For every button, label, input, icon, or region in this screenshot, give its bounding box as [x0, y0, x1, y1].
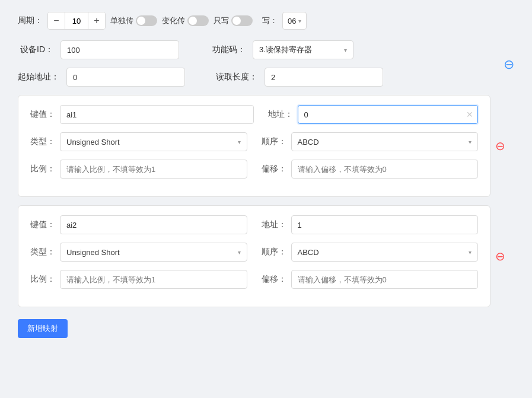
card2-order-value: ABCD — [298, 248, 319, 257]
main-container: 周期： − + 单独传 变化传 只写 写： 06 ▾ 设备ID： 功能码： — [6, 6, 526, 398]
device-id-row: 设备ID： 功能码： 3.读保持寄存器 ▾ — [18, 40, 514, 59]
card2-type-select[interactable]: Unsigned Short ▾ — [60, 243, 247, 262]
card1-row3: 比例： 偏移： — [30, 160, 478, 179]
top-bar: 周期： − + 单独传 变化传 只写 写： 06 ▾ — [18, 12, 514, 30]
card2-type-arrow-icon: ▾ — [238, 249, 241, 256]
card1-type-value: Unsigned Short — [66, 138, 120, 147]
card1-ratio-input[interactable] — [60, 160, 247, 179]
form-section: 设备ID： 功能码： 3.读保持寄存器 ▾ 起始地址： 读取长度： ⊖ — [18, 40, 514, 87]
card2-offset-input[interactable] — [291, 270, 479, 289]
card2-ratio-input[interactable] — [60, 270, 247, 289]
card1-key-input[interactable] — [60, 105, 254, 124]
card1-addr-label: 地址： — [268, 109, 293, 120]
card1-key-label: 键值： — [30, 109, 55, 120]
single-toggle-group: 单独传 — [110, 15, 157, 26]
card2-offset-label: 偏移： — [262, 274, 286, 285]
read-len-label: 读取长度： — [216, 72, 257, 82]
card2-type-value: Unsigned Short — [66, 248, 120, 257]
card1-order-select[interactable]: ABCD ▾ — [291, 132, 479, 151]
card2-order-label: 顺序： — [262, 247, 286, 257]
function-code-value: 3.读保持寄存器 — [259, 44, 312, 55]
period-input[interactable] — [65, 12, 88, 29]
card2-order-select[interactable]: ABCD ▾ — [291, 243, 479, 262]
card1-type-label: 类型： — [30, 136, 55, 147]
card2-key-input[interactable] — [60, 215, 247, 234]
card1-type-arrow-icon: ▾ — [238, 139, 241, 145]
cards-container: 键值： 地址： ✕ 类型： Unsigned Short ▾ 顺序： ABCD — [18, 95, 514, 307]
start-addr-label: 起始地址： — [18, 72, 59, 82]
device-id-input[interactable] — [60, 40, 179, 59]
function-code-label: 功能码： — [210, 44, 246, 55]
card2-row3: 比例： 偏移： — [30, 270, 478, 289]
card1-minus-button[interactable]: ⊖ — [495, 140, 505, 152]
card1-offset-input[interactable] — [291, 160, 479, 179]
card1-ratio-label: 比例： — [30, 164, 55, 174]
card1-row2: 类型： Unsigned Short ▾ 顺序： ABCD ▾ — [30, 132, 478, 151]
card1-addr-clear-icon[interactable]: ✕ — [466, 110, 473, 119]
add-mapping-button[interactable]: 新增映射 — [18, 319, 68, 338]
period-label: 周期： — [18, 15, 43, 26]
increment-button[interactable]: + — [88, 12, 105, 29]
card2-row1: 键值： 地址： — [30, 215, 478, 234]
write-arrow-icon: ▾ — [298, 18, 301, 24]
card2-minus-button[interactable]: ⊖ — [495, 250, 505, 262]
address-row: 起始地址： 读取长度： — [18, 68, 514, 87]
card2-addr-input[interactable] — [291, 215, 479, 234]
write-label: 写： — [262, 15, 278, 26]
function-code-select[interactable]: 3.读保持寄存器 ▾ — [253, 40, 353, 59]
section-minus-button[interactable]: ⊖ — [504, 58, 514, 71]
readonly-label: 只写 — [214, 15, 229, 26]
start-addr-input[interactable] — [66, 68, 185, 87]
card1-type-select[interactable]: Unsigned Short ▾ — [60, 132, 247, 151]
readonly-toggle[interactable] — [231, 15, 253, 26]
card1-order-value: ABCD — [298, 138, 319, 147]
device-id-label: 设备ID： — [18, 44, 53, 55]
card1-addr-wrapper: ✕ — [298, 105, 479, 124]
card1-offset-label: 偏移： — [262, 164, 286, 174]
single-toggle[interactable] — [136, 15, 157, 26]
function-code-arrow-icon: ▾ — [344, 47, 347, 53]
card2-row2: 类型： Unsigned Short ▾ 顺序： ABCD ▾ — [30, 243, 478, 262]
write-value: 06 — [288, 17, 296, 26]
readonly-toggle-group: 只写 — [214, 15, 253, 26]
write-select[interactable]: 06 ▾ — [282, 12, 307, 30]
change-toggle-group: 变化传 — [162, 15, 209, 26]
card1-row1: 键值： 地址： ✕ — [30, 105, 478, 124]
card1-order-arrow-icon: ▾ — [469, 139, 472, 145]
card1-addr-input[interactable] — [298, 105, 479, 124]
change-toggle[interactable] — [187, 15, 209, 26]
read-len-input[interactable] — [265, 68, 383, 87]
card2-ratio-label: 比例： — [30, 274, 55, 285]
card1-order-label: 顺序： — [262, 136, 286, 147]
card-2: 键值： 地址： 类型： Unsigned Short ▾ 顺序： ABCD ▾ — [18, 205, 490, 307]
decrement-button[interactable]: − — [48, 12, 65, 29]
card2-order-arrow-icon: ▾ — [469, 249, 472, 256]
single-label: 单独传 — [110, 15, 133, 26]
card-1: 键值： 地址： ✕ 类型： Unsigned Short ▾ 顺序： ABCD — [18, 95, 490, 197]
change-label: 变化传 — [162, 15, 185, 26]
card2-type-label: 类型： — [30, 247, 55, 257]
period-stepper: − + — [47, 12, 106, 30]
card2-key-label: 键值： — [30, 219, 55, 230]
card2-addr-label: 地址： — [262, 219, 286, 230]
